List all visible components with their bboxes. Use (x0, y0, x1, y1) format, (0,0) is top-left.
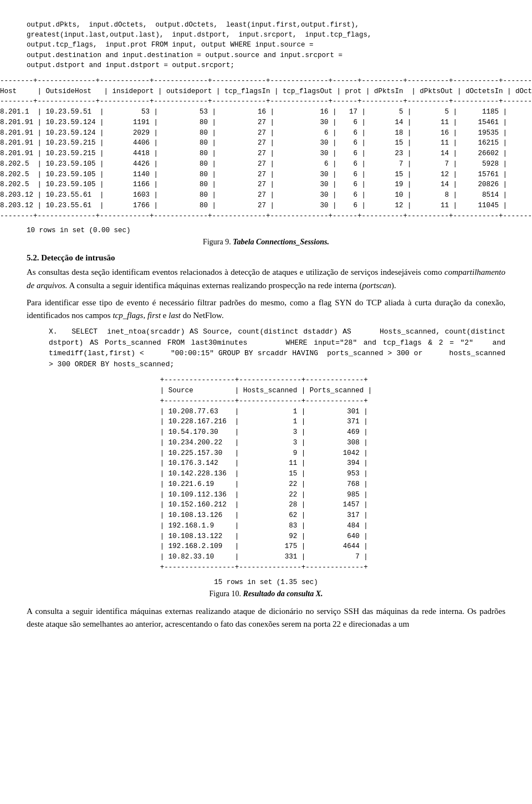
query-label: X. SELECT inet_ntoa(srcaddr) AS Source, … (49, 327, 505, 368)
table2: +-----------------+---------------+-----… (160, 375, 372, 572)
table2-container: +-----------------+---------------+-----… (27, 375, 505, 572)
figure9-caption: Figura 9. Tabela Connections_Sessions. (27, 238, 505, 247)
para1-text1: As consultas desta seção identificam eve… (27, 268, 444, 276)
para3-text: A consulta a seguir identifica máquinas … (27, 607, 505, 628)
para1-text3: ). (391, 281, 396, 290)
table1: +---------------+--------------+--------… (0, 76, 532, 222)
para2-italic3: last (168, 311, 181, 320)
section-heading: 5.2. Detecção de intrusão (27, 253, 505, 263)
para1-italic2: portscan (362, 281, 391, 290)
table1-container: +---------------+--------------+--------… (27, 76, 505, 222)
para2-italic2: first (147, 311, 161, 320)
para2-text1: Para identificar esse tipo de evento é n… (27, 298, 505, 320)
table2-result: 15 rows in set (1.35 sec) (27, 578, 505, 586)
paragraph1: As consultas desta seção identificam eve… (27, 266, 505, 292)
para2-italic1: tcp_flags, (112, 311, 145, 320)
query-x: X. SELECT inet_ntoa(srcaddr) AS Source, … (49, 326, 505, 370)
para2-text3: e (161, 311, 168, 320)
figure10-caption: Figura 10. Resultado da consulta X. (27, 590, 505, 598)
section-title: Detecção de intrusão (41, 253, 115, 262)
section-number: 5.2. (27, 253, 39, 262)
figure9-label: Figura 9. (203, 238, 231, 246)
para2-text4: do NetFlow. (181, 311, 224, 320)
figure10-label: Figura 10. (209, 590, 242, 598)
para1-text2: A consulta a seguir identifica máquinas … (68, 281, 362, 290)
paragraph3: A consulta a seguir identifica máquinas … (27, 605, 505, 631)
paragraph2: Para identificar esse tipo de evento é n… (27, 296, 505, 322)
figure10-title: Resultado da consulta X. (243, 590, 323, 598)
figure9-title: Tabela Connections_Sessions. (233, 238, 329, 246)
table1-result: 10 rows in set (0.00 sec) (27, 227, 505, 234)
intro-query: output.dPkts, input.dOctets, output.dOct… (27, 10, 505, 70)
